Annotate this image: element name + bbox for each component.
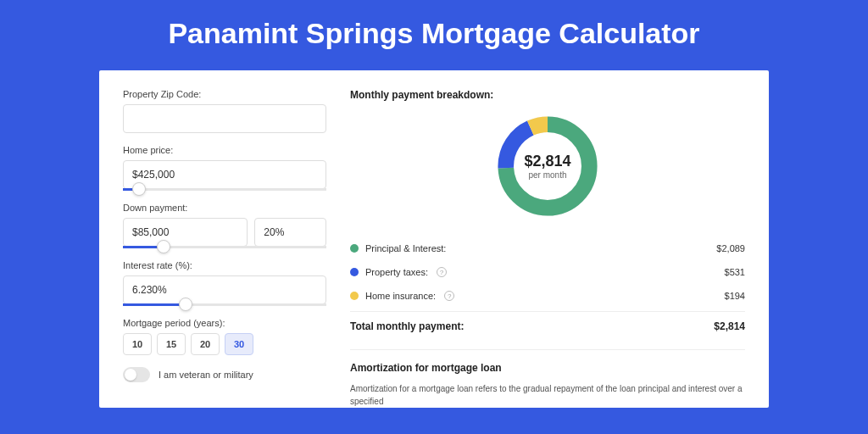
donut-center: $2,814 per month — [524, 153, 570, 180]
price-slider[interactable] — [123, 188, 326, 191]
period-option-20[interactable]: 20 — [191, 333, 220, 355]
period-option-30[interactable]: 30 — [225, 333, 253, 355]
donut-value: $2,814 — [524, 153, 570, 170]
price-label: Home price: — [123, 145, 326, 155]
total-label: Total monthly payment: — [350, 320, 464, 332]
total-row: Total monthly payment: $2,814 — [350, 311, 745, 337]
down-input[interactable] — [123, 218, 248, 247]
down-label: Down payment: — [123, 203, 326, 213]
zip-field: Property Zip Code: — [123, 89, 326, 133]
down-slider[interactable] — [123, 246, 326, 248]
veteran-label: I am veteran or military — [159, 370, 253, 380]
price-input[interactable] — [123, 160, 326, 189]
donut-chart-wrap: $2,814 per month — [350, 111, 745, 221]
zip-input[interactable] — [123, 104, 326, 133]
down-field: Down payment: — [123, 203, 326, 248]
legend-label: Principal & Interest: — [365, 243, 446, 253]
amort-heading: Amortization for mortgage loan — [350, 362, 745, 374]
legend-label: Property taxes: — [365, 267, 428, 277]
veteran-row: I am veteran or military — [123, 367, 326, 382]
period-option-10[interactable]: 10 — [123, 333, 152, 355]
donut-sub: per month — [524, 170, 570, 180]
donut-chart: $2,814 per month — [492, 111, 603, 221]
legend-value: $2,089 — [716, 243, 745, 253]
period-option-15[interactable]: 15 — [157, 333, 186, 355]
amortization-section: Amortization for mortgage loan Amortizat… — [350, 349, 745, 408]
legend-dot — [350, 244, 359, 253]
legend: Principal & Interest:$2,089Property taxe… — [350, 236, 745, 308]
down-pct-input[interactable] — [254, 218, 326, 247]
price-field: Home price: — [123, 145, 326, 191]
legend-value: $531 — [725, 267, 745, 277]
total-value: $2,814 — [714, 320, 745, 332]
legend-value: $194 — [725, 291, 745, 301]
legend-row: Home insurance:?$194 — [350, 284, 745, 308]
price-slider-thumb[interactable] — [132, 182, 146, 196]
period-field: Mortgage period (years): 10152030 — [123, 318, 326, 355]
zip-label: Property Zip Code: — [123, 89, 326, 99]
down-slider-thumb[interactable] — [157, 240, 170, 253]
page-title: Panamint Springs Mortgage Calculator — [0, 17, 868, 50]
rate-label: Interest rate (%): — [123, 260, 326, 270]
amort-text: Amortization for a mortgage loan refers … — [350, 382, 745, 408]
breakdown-panel: Monthly payment breakdown: $2,814 per mo… — [350, 89, 745, 408]
legend-row: Property taxes:?$531 — [350, 260, 745, 284]
info-icon[interactable]: ? — [444, 291, 454, 301]
breakdown-heading: Monthly payment breakdown: — [350, 89, 745, 101]
rate-slider-thumb[interactable] — [179, 298, 192, 311]
period-label: Mortgage period (years): — [123, 318, 326, 328]
legend-dot — [350, 268, 359, 276]
calculator-card: Property Zip Code: Home price: Down paym… — [99, 70, 769, 408]
rate-field: Interest rate (%): — [123, 260, 326, 306]
info-icon[interactable]: ? — [437, 267, 447, 277]
toggle-knob — [125, 369, 136, 381]
rate-input[interactable] — [123, 275, 326, 304]
legend-label: Home insurance: — [365, 291, 436, 301]
input-panel: Property Zip Code: Home price: Down paym… — [123, 89, 326, 408]
veteran-toggle[interactable] — [123, 367, 150, 382]
legend-row: Principal & Interest:$2,089 — [350, 236, 745, 260]
rate-slider[interactable] — [123, 303, 326, 306]
legend-dot — [350, 292, 359, 300]
